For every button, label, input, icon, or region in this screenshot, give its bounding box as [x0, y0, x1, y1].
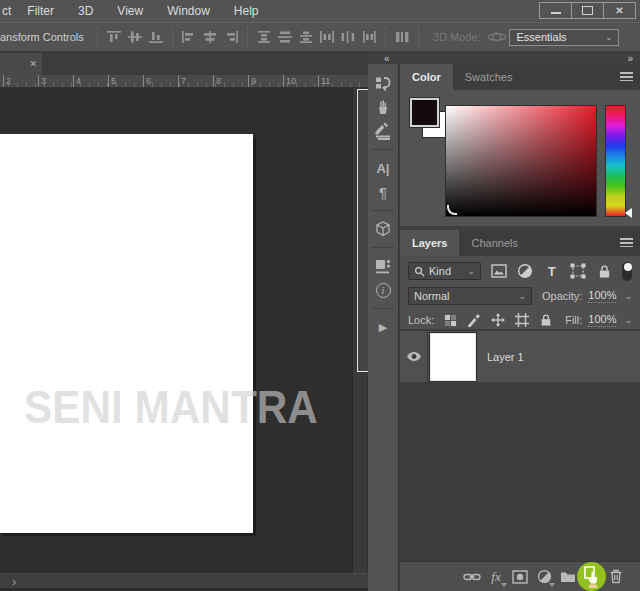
- color-panel-tabs: Color Swatches: [400, 64, 640, 90]
- lock-all-button[interactable]: [538, 313, 554, 328]
- foreground-color-swatch[interactable]: [410, 98, 439, 127]
- scrollbar-thumb[interactable]: [358, 90, 368, 371]
- tab-layers[interactable]: Layers: [400, 230, 459, 256]
- delete-layer-button[interactable]: [604, 566, 628, 588]
- filter-adjustment-layers-button[interactable]: [517, 263, 533, 279]
- show-transform-controls-checkbox[interactable]: ansform Controls: [0, 31, 84, 43]
- maximize-button[interactable]: [571, 3, 603, 18]
- actions-panel-button[interactable]: ▶: [371, 318, 395, 336]
- layer-thumbnail[interactable]: [431, 334, 475, 380]
- new-adjustment-layer-button[interactable]: [532, 566, 556, 588]
- menu-3d[interactable]: 3D: [78, 4, 93, 18]
- saturation-brightness-field[interactable]: [445, 105, 597, 217]
- close-button[interactable]: ✕: [603, 3, 635, 18]
- tab-swatches[interactable]: Swatches: [453, 64, 525, 90]
- ruler-number: 7: [178, 75, 213, 87]
- distribute-bottom-button[interactable]: [296, 27, 317, 47]
- layer-row[interactable]: Layer 1: [400, 331, 640, 382]
- lock-artboard-button[interactable]: [514, 313, 530, 328]
- panel-menu-icon[interactable]: [620, 238, 633, 247]
- lock-position-button[interactable]: [490, 313, 506, 328]
- layer-filtering-toggle[interactable]: [622, 262, 632, 281]
- visibility-toggle[interactable]: [400, 331, 428, 382]
- adjustments-panel-icon: [374, 257, 392, 275]
- filter-smart-objects-button[interactable]: [596, 263, 612, 279]
- blend-mode-dropdown[interactable]: Normal ⌄: [408, 287, 532, 305]
- align-right-button[interactable]: [221, 27, 242, 47]
- align-left-icon: [181, 30, 197, 44]
- workspace-selector[interactable]: Essentials ⌄: [509, 29, 619, 46]
- dock-header: « »: [368, 52, 640, 64]
- info-panel-icon: i: [376, 283, 391, 298]
- info-panel-button[interactable]: i: [371, 281, 395, 299]
- fill-label: Fill:: [565, 314, 582, 326]
- panel-menu-icon[interactable]: [620, 72, 633, 81]
- layer-mask-icon: [512, 570, 528, 584]
- tab-channels[interactable]: Channels: [459, 230, 529, 256]
- align-left-button[interactable]: [179, 27, 200, 47]
- document-canvas[interactable]: [0, 134, 253, 533]
- brush-settings-panel-button[interactable]: [371, 122, 395, 140]
- fill-value[interactable]: 100%: [588, 313, 616, 327]
- align-vertical-centers-button[interactable]: [125, 27, 146, 47]
- distribute-top-button[interactable]: [254, 27, 275, 47]
- 3d-orbit-tool-button[interactable]: [486, 27, 507, 47]
- canvas-area[interactable]: SENI MANTRA: [0, 88, 368, 573]
- menu-select[interactable]: ct: [2, 4, 11, 18]
- distribute-vertical-centers-button[interactable]: [275, 27, 296, 47]
- window-controls: ✕: [539, 2, 636, 19]
- horizontal-scrollbar[interactable]: ›: [0, 573, 368, 588]
- filter-type-layers-button[interactable]: T: [544, 263, 560, 279]
- link-layers-button[interactable]: [460, 566, 484, 588]
- tab-close-icon[interactable]: ✕: [29, 60, 37, 69]
- align-horizontal-centers-icon: [202, 30, 218, 44]
- align-vertical-centers-icon: [127, 30, 143, 44]
- chevron-down-icon[interactable]: ⌄: [624, 292, 632, 301]
- expand-dock-button[interactable]: «: [384, 53, 390, 64]
- paragraph-panel-icon: ¶: [379, 184, 387, 201]
- color-panel-body: [400, 90, 640, 226]
- layer-filter-dropdown[interactable]: Kind ⌄: [408, 262, 481, 280]
- adjustments-panel-button[interactable]: [371, 257, 395, 275]
- hue-slider-marker[interactable]: [625, 208, 632, 218]
- lock-image-pixels-button[interactable]: [466, 313, 482, 328]
- tab-color[interactable]: Color: [400, 64, 453, 90]
- distribute-left-button[interactable]: [317, 27, 338, 47]
- distribute-right-button[interactable]: [359, 27, 380, 47]
- align-bottom-icon: [148, 30, 164, 44]
- distribute-horizontal-centers-button[interactable]: [338, 27, 359, 47]
- lock-transparent-pixels-button[interactable]: [442, 313, 458, 328]
- menu-window[interactable]: Window: [167, 4, 210, 18]
- filter-pixel-layers-button[interactable]: [491, 263, 507, 279]
- menu-help[interactable]: Help: [234, 4, 259, 18]
- opacity-label: Opacity:: [542, 290, 582, 302]
- menu-filter[interactable]: Filter: [27, 4, 54, 18]
- document-area: ✕ 2 3 4 5 6 7 8 9 10 11 SENI MANTRA ›: [0, 52, 368, 591]
- hue-slider[interactable]: [605, 105, 626, 217]
- layer-style-button[interactable]: fx: [484, 566, 508, 588]
- distribute-spacing-button[interactable]: [392, 27, 413, 47]
- add-layer-mask-button[interactable]: [508, 566, 532, 588]
- align-bottom-button[interactable]: [146, 27, 167, 47]
- opacity-value[interactable]: 100%: [588, 289, 616, 303]
- brush-presets-panel-button[interactable]: [371, 98, 395, 116]
- align-top-button[interactable]: [104, 27, 125, 47]
- layer-name[interactable]: Layer 1: [487, 351, 524, 363]
- minimize-button[interactable]: [540, 3, 571, 18]
- new-layer-button[interactable]: [580, 566, 604, 588]
- history-panel-button[interactable]: [371, 74, 395, 92]
- menu-view[interactable]: View: [117, 4, 143, 18]
- document-tab[interactable]: ✕: [0, 53, 42, 75]
- paragraph-panel-button[interactable]: ¶: [371, 183, 395, 201]
- filter-shape-layers-button[interactable]: [570, 263, 586, 279]
- 3d-panel-button[interactable]: [371, 220, 395, 238]
- chevron-down-icon[interactable]: ⌄: [624, 316, 632, 325]
- character-panel-button[interactable]: A|: [371, 159, 395, 177]
- chevron-down-icon: ⌄: [605, 33, 613, 42]
- collapse-to-icons-button[interactable]: »: [627, 53, 633, 64]
- distribute-vertical-centers-icon: [277, 30, 293, 44]
- align-horizontal-centers-button[interactable]: [200, 27, 221, 47]
- vertical-scrollbar[interactable]: [352, 88, 367, 573]
- ruler-number: 6: [143, 75, 178, 87]
- ruler-number: 10: [283, 75, 318, 87]
